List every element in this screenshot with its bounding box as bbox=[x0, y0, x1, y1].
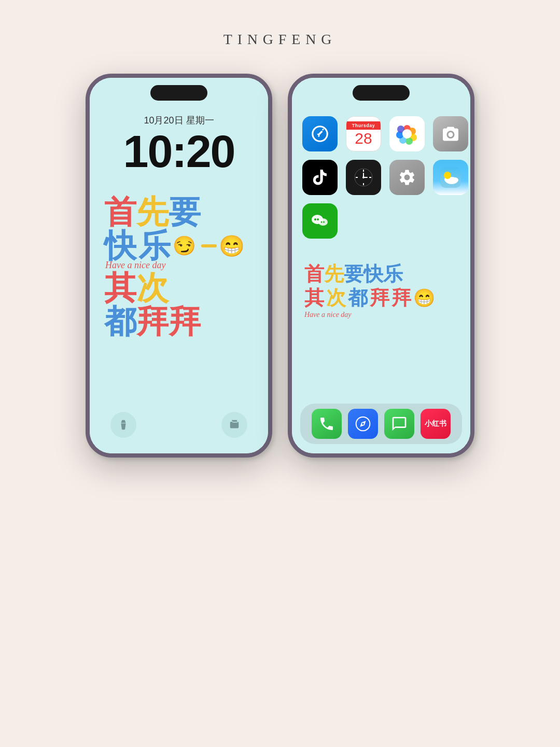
home-line1: 首先要快乐 bbox=[304, 262, 458, 286]
phones-container: 10月20日 星期一 10:20 首先要 快乐 😏 😁 Have bbox=[86, 74, 474, 458]
hs-yao: 要 bbox=[344, 263, 363, 285]
lock-line1: 首先要 bbox=[104, 195, 254, 229]
left-phone: 10月20日 星期一 10:20 首先要 快乐 😏 😁 Have bbox=[86, 74, 272, 458]
home-tagline: Have a nice day bbox=[304, 311, 458, 319]
dock-phone-icon[interactable] bbox=[312, 409, 342, 439]
wechat-icon bbox=[302, 203, 338, 239]
char-kuai: 快 bbox=[104, 229, 136, 262]
char-xian: 先 bbox=[136, 194, 169, 230]
svg-point-16 bbox=[362, 176, 365, 178]
app-icon-weather[interactable] bbox=[433, 160, 468, 195]
emoji-sticker1: 😏 bbox=[173, 236, 196, 256]
calendar-day-label: Thursday bbox=[346, 121, 381, 130]
app-icon-wechat[interactable] bbox=[302, 203, 338, 239]
svg-point-21 bbox=[444, 172, 451, 179]
app-icon-camera[interactable] bbox=[433, 116, 468, 151]
lock-line4: 都拜拜 bbox=[104, 305, 254, 338]
home-emoji: 😁 bbox=[413, 287, 435, 309]
lock-screen: 10月20日 星期一 10:20 首先要 快乐 😏 😁 Have bbox=[90, 78, 268, 453]
svg-point-3 bbox=[405, 137, 413, 145]
appstore-icon bbox=[302, 116, 338, 151]
char-yao: 要 bbox=[169, 194, 201, 230]
flashlight-icon[interactable] bbox=[110, 412, 136, 438]
svg-point-20 bbox=[451, 177, 458, 183]
hs-shou: 首 bbox=[304, 263, 324, 285]
hs-xian: 先 bbox=[324, 263, 344, 285]
hs-dou: 都 bbox=[348, 286, 368, 310]
dock-messages-icon[interactable] bbox=[384, 409, 414, 439]
xiaohongshu-label: 小红书 bbox=[425, 419, 446, 428]
svg-point-26 bbox=[321, 222, 323, 223]
svg-point-7 bbox=[402, 129, 412, 139]
weather-icon bbox=[433, 160, 468, 195]
app-icon-tiktok[interactable] bbox=[302, 160, 338, 195]
tiktok-icon bbox=[302, 160, 338, 195]
char-qi: 其 bbox=[104, 270, 136, 306]
char-dou: 都 bbox=[104, 303, 136, 339]
char-le: 乐 bbox=[138, 229, 171, 262]
lock-text-block: 首先要 快乐 😏 😁 Have a nice day 其次 bbox=[90, 195, 268, 338]
left-phone-inner: 10月20日 星期一 10:20 首先要 快乐 😏 😁 Have bbox=[90, 78, 268, 453]
hs-le: 乐 bbox=[383, 263, 403, 285]
dock-safari-icon[interactable] bbox=[348, 409, 378, 439]
settings-icon bbox=[389, 160, 425, 195]
app-icon-settings[interactable] bbox=[389, 160, 425, 195]
dynamic-island-left bbox=[150, 85, 207, 101]
app-icon-clock[interactable] bbox=[346, 160, 381, 195]
dock: 小红书 bbox=[300, 404, 462, 444]
svg-point-23 bbox=[314, 218, 316, 220]
clock-icon bbox=[346, 160, 381, 195]
home-screen: Thursday 28 bbox=[292, 78, 470, 453]
lock-bottom-bar bbox=[90, 412, 268, 438]
app-grid-row1: Thursday 28 bbox=[292, 108, 470, 247]
dynamic-island-right bbox=[353, 85, 410, 101]
char-ci: 次 bbox=[136, 270, 169, 306]
camera-lock-icon[interactable] bbox=[221, 412, 247, 438]
app-icon-appstore[interactable] bbox=[302, 116, 338, 151]
hs-kuai: 快 bbox=[363, 263, 383, 285]
hs-ci: 次 bbox=[326, 286, 346, 310]
lock-line3: 其次 bbox=[104, 271, 254, 305]
svg-point-29 bbox=[362, 423, 364, 425]
char-shou: 首 bbox=[104, 194, 136, 230]
home-line2: 其次都拜拜 😁 bbox=[304, 286, 458, 310]
hs-bai1: 拜 bbox=[370, 286, 389, 310]
home-text-block: 首先要快乐 其次都拜拜 😁 Have a nice day bbox=[292, 257, 470, 324]
calendar-day-num: 28 bbox=[355, 130, 372, 147]
emoji-sticker2: 😁 bbox=[219, 235, 245, 257]
camera-icon bbox=[433, 116, 468, 151]
svg-point-27 bbox=[323, 222, 325, 223]
lock-date: 10月20日 星期一 bbox=[144, 114, 214, 127]
dock-xiaohongshu-icon[interactable]: 小红书 bbox=[421, 409, 451, 439]
svg-point-24 bbox=[317, 218, 319, 220]
lock-line2: 快乐 😏 😁 bbox=[104, 229, 254, 262]
char-bai1: 拜 bbox=[136, 303, 169, 339]
hs-bai2: 拜 bbox=[391, 286, 411, 310]
lock-time: 10:20 bbox=[123, 129, 234, 174]
char-bai2: 拜 bbox=[169, 303, 201, 339]
yellow-dash bbox=[201, 244, 217, 247]
right-phone: Thursday 28 bbox=[288, 74, 474, 458]
right-phone-inner: Thursday 28 bbox=[292, 78, 470, 453]
hs-qi: 其 bbox=[304, 286, 324, 310]
app-icon-photos[interactable] bbox=[389, 116, 425, 151]
brand-title: TINGFENG bbox=[223, 31, 337, 48]
app-icon-calendar[interactable]: Thursday 28 bbox=[346, 116, 381, 151]
